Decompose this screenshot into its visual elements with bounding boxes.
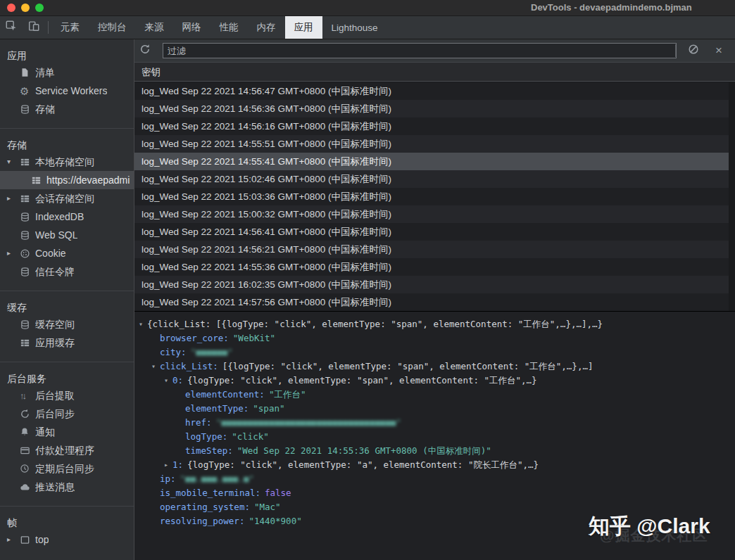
json-line[interactable]: ▾{click_List: [{logType: "click", elemen… (134, 317, 735, 331)
titlebar: DevTools - devaepadmindemo.bjman (0, 0, 735, 16)
table-row[interactable]: log_Wed Sep 22 2021 14:57:56 GMT+0800 (中… (134, 293, 729, 311)
close-window-button[interactable] (7, 4, 15, 12)
sidebar-item-session-storage[interactable]: ▸ 会话存储空间 (0, 189, 134, 208)
key-column-header[interactable]: 密钥 (134, 63, 735, 82)
redacted-value: "■■■■■■■■■■■■■■■■■■■■■■■■■■■■■■■■■" (216, 417, 401, 428)
table-row[interactable]: log_Wed Sep 22 2021 15:02:46 GMT+0800 (中… (134, 170, 729, 188)
database-icon (20, 104, 35, 115)
sidebar-item-background-sync[interactable]: 后台同步 (0, 405, 134, 423)
sidebar-section-background-services: 后台服务 ↑↓ 后台提取 后台同步 通知 (0, 362, 134, 507)
watermark-primary: 知乎 @Clark (589, 512, 710, 541)
tab-sources[interactable]: 来源 (136, 16, 173, 39)
refresh-icon (139, 44, 151, 58)
bell-icon (20, 427, 35, 437)
table-row[interactable]: log_Wed Sep 22 2021 14:56:21 GMT+0800 (中… (134, 241, 729, 258)
sidebar-item-storage[interactable]: 存储 (0, 100, 134, 118)
payment-card-icon (20, 445, 35, 456)
cloud-icon (20, 482, 35, 492)
json-line[interactable]: timeStep:"Wed Sep 22 2021 14:55:36 GMT+0… (134, 444, 735, 458)
expander-icon[interactable]: ▸ (7, 189, 20, 208)
document-icon (20, 68, 35, 77)
json-line[interactable]: ▸1:{logType: "click", elementType: "a", … (134, 458, 735, 472)
json-line[interactable]: href:"■■■■■■■■■■■■■■■■■■■■■■■■■■■■■■■■■" (134, 416, 735, 430)
toolbar-separator (675, 44, 676, 57)
refresh-button[interactable] (134, 44, 156, 58)
device-toolbar-icon (27, 20, 40, 35)
sidebar-section-frames: 帧 ▸ top (0, 507, 134, 559)
table-row[interactable]: log_Wed Sep 22 2021 15:00:32 GMT+0800 (中… (134, 205, 729, 223)
json-line[interactable]: ▾click_List:[{logType: "click", elementT… (134, 359, 735, 374)
expander-icon[interactable]: ▾ (151, 359, 160, 374)
sidebar-item-local-storage-origin[interactable]: https://devaepadmi (0, 171, 134, 189)
sidebar-item-indexeddb[interactable]: IndexedDB (0, 208, 134, 226)
tab-memory[interactable]: 内存 (248, 16, 285, 39)
sidebar-item-trust-tokens[interactable]: 信任令牌 (0, 262, 134, 281)
expander-icon[interactable]: ▸ (7, 244, 20, 262)
table-row[interactable]: log_Wed Sep 22 2021 14:55:36 GMT+0800 (中… (134, 258, 729, 276)
sidebar-item-cache-storage[interactable]: 缓存空间 (0, 315, 134, 333)
json-line[interactable]: browser_core:"WebKit" (134, 331, 735, 345)
json-line[interactable]: logType:"click" (134, 430, 735, 444)
sidebar-section-storage: 存储 ▾ 本地存储空间 https://devaepadmi ▸ 会话存储空间 (0, 129, 134, 291)
expander-icon[interactable]: ▾ (139, 317, 147, 331)
table-row[interactable]: log_Wed Sep 22 2021 14:56:36 GMT+0800 (中… (134, 100, 729, 117)
table-row[interactable]: log_Wed Sep 22 2021 14:56:16 GMT+0800 (中… (134, 117, 729, 135)
sidebar-item-web-sql[interactable]: Web SQL (0, 226, 134, 244)
delete-selected-button[interactable]: × (713, 45, 724, 56)
toolbar-separator (48, 21, 49, 34)
clear-all-button[interactable] (688, 45, 699, 56)
expander-icon[interactable]: ▸ (7, 530, 20, 549)
frame-icon (20, 535, 35, 545)
json-line[interactable]: elementType:"span" (134, 402, 735, 416)
inspect-cursor-icon (5, 20, 18, 35)
table-row-selected[interactable]: log_Wed Sep 22 2021 14:55:41 GMT+0800 (中… (134, 153, 729, 170)
tab-lighthouse[interactable]: Lighthouse (322, 16, 387, 39)
section-title-cache: 缓存 (0, 300, 134, 315)
sidebar-item-top-frame[interactable]: ▸ top (0, 530, 134, 549)
expander-icon[interactable]: ▸ (164, 458, 172, 472)
json-line[interactable]: ip:"■■.■■■.■■■.■" (134, 472, 735, 486)
local-storage-panel: × 密钥 log_Wed Sep 22 2021 14:56:47 GMT+08… (134, 39, 735, 560)
tab-network[interactable]: 网络 (173, 16, 211, 39)
zoom-window-button[interactable] (35, 4, 44, 12)
json-line[interactable]: elementContent:"工作台" (134, 388, 735, 402)
expander-icon[interactable]: ▾ (7, 153, 20, 171)
table-row[interactable]: log_Wed Sep 22 2021 14:55:51 GMT+0800 (中… (134, 135, 729, 153)
storage-table: log_Wed Sep 22 2021 14:56:47 GMT+0800 (中… (134, 82, 729, 311)
sidebar-section-cache: 缓存 缓存空间 应用缓存 (0, 291, 134, 362)
sidebar-item-payment-handler[interactable]: 付款处理程序 (0, 441, 134, 459)
sidebar-item-service-workers[interactable]: ⚙ Service Workers (0, 82, 134, 100)
table-row[interactable]: log_Wed Sep 22 2021 14:56:47 GMT+0800 (中… (134, 82, 729, 100)
section-title-storage: 存储 (0, 137, 134, 153)
table-row[interactable]: log_Wed Sep 22 2021 16:02:35 GMT+0800 (中… (134, 276, 729, 293)
toggle-device-toolbar-button[interactable] (23, 16, 45, 39)
traffic-lights (0, 4, 44, 12)
minimize-window-button[interactable] (21, 4, 30, 12)
window-title: DevTools - devaepadmindemo.bjman (531, 0, 735, 15)
sidebar-item-background-fetch[interactable]: ↑↓ 后台提取 (0, 386, 134, 405)
devtools-window: DevTools - devaepadmindemo.bjman 元素 控制台 … (0, 0, 735, 560)
tab-performance[interactable]: 性能 (211, 16, 248, 39)
table-row[interactable]: log_Wed Sep 22 2021 14:56:41 GMT+0800 (中… (134, 223, 729, 241)
json-line[interactable]: ▾0:{logType: "click", elementType: "span… (134, 374, 735, 388)
tab-elements[interactable]: 元素 (51, 16, 89, 39)
sidebar-item-application-cache[interactable]: 应用缓存 (0, 333, 134, 352)
sidebar-item-local-storage[interactable]: ▾ 本地存储空间 (0, 153, 134, 171)
filter-input[interactable] (163, 43, 677, 58)
sidebar-item-notifications[interactable]: 通知 (0, 423, 134, 441)
expander-icon[interactable]: ▾ (164, 374, 172, 388)
redacted-value: "■■.■■■.■■■.■" (180, 473, 254, 484)
tab-application[interactable]: 应用 (285, 16, 322, 39)
table-row[interactable]: log_Wed Sep 22 2021 15:03:36 GMT+0800 (中… (134, 188, 729, 205)
inspect-element-button[interactable] (0, 16, 23, 39)
sidebar-item-periodic-background-sync[interactable]: 定期后台同步 (0, 459, 134, 478)
tab-console[interactable]: 控制台 (89, 16, 136, 39)
sidebar-item-manifest[interactable]: 清单 (0, 63, 134, 82)
table-icon (31, 175, 46, 186)
sidebar-item-push-messaging[interactable]: 推送消息 (0, 478, 134, 496)
devtools-tabbar: 元素 控制台 来源 网络 性能 内存 应用 Lighthouse (0, 16, 735, 39)
sidebar-item-cookies[interactable]: ▸ Cookie (0, 244, 134, 262)
json-line[interactable]: is_mobile_terminal:false (134, 486, 735, 500)
clock-icon (20, 464, 35, 473)
json-line[interactable]: city:"■■■■■■" (134, 345, 735, 359)
